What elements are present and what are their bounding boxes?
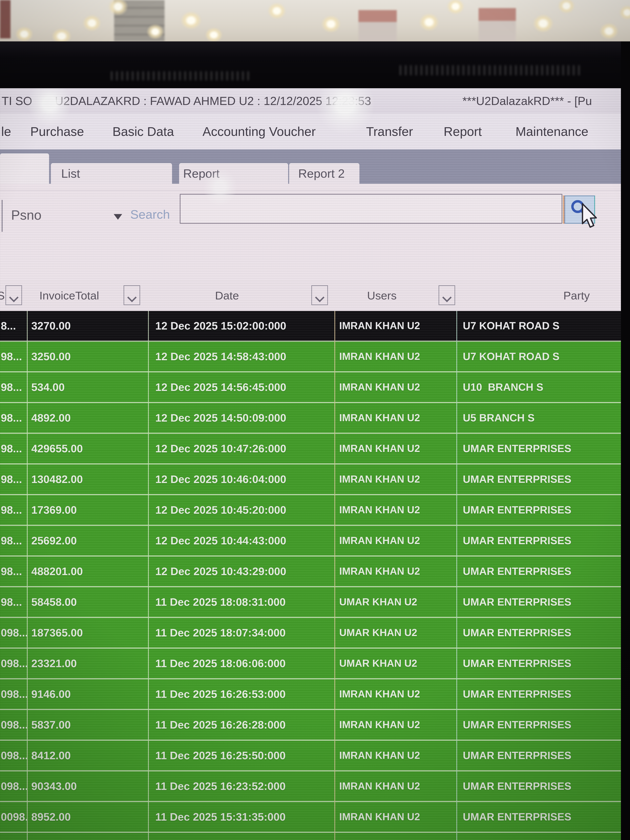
- table-row[interactable]: 98... 58458.00 11 Dec 2025 18:08:31:000 …: [0, 587, 621, 618]
- cell-invoice-total: 3250.00: [28, 342, 149, 371]
- cell-party: UMAR ENTERPRISES: [457, 434, 621, 463]
- cell-invoice-total: 23321.00: [28, 649, 149, 678]
- tab-report-2[interactable]: Report 2: [289, 163, 359, 184]
- sort-button-invoice-total[interactable]: [123, 285, 140, 305]
- cell-invoice-total: 4892.00: [28, 403, 149, 433]
- sort-button-serial[interactable]: [5, 285, 22, 305]
- cell-date: 11 Dec 2025 16:25:50:000: [149, 741, 335, 771]
- cell-user: IMRAN KHAN U2: [335, 679, 457, 709]
- cell-invoice-total: 25692.00: [28, 526, 149, 556]
- bezel-reflection: [400, 65, 581, 75]
- cell-serial: 098...: [0, 741, 28, 771]
- cell-invoice-total: 130482.00: [28, 464, 149, 494]
- menu-item-purchase[interactable]: Purchase: [30, 114, 84, 149]
- tab-label: Report 2: [289, 167, 345, 180]
- chevron-down-icon: [9, 293, 19, 302]
- table-row[interactable]: 98... 429655.00 12 Dec 2025 10:47:26:000…: [0, 434, 621, 464]
- tab-partial[interactable]: [0, 153, 49, 184]
- ceiling-light: [82, 14, 101, 32]
- cell-user: IMRAN KHAN U2: [335, 526, 457, 556]
- menu-item-maintenance[interactable]: Maintenance: [516, 114, 588, 149]
- cell-invoice-total: 58458.00: [28, 587, 149, 617]
- cell-serial: 098...: [0, 771, 28, 801]
- cell-date: 12 Dec 2025 10:43:29:000: [149, 556, 335, 586]
- table-row[interactable]: 98... 25692.00 12 Dec 2025 10:44:43:000 …: [0, 526, 621, 556]
- menu-item-report[interactable]: Report: [444, 114, 482, 149]
- cell-party: UMAR ENTERPRISES: [457, 649, 621, 678]
- cell-user: IMRAN KHAN U2: [335, 342, 457, 371]
- cell-date: 12 Dec 2025 10:45:20:000: [149, 495, 335, 525]
- search-field-selector[interactable]: Psno: [11, 202, 41, 228]
- table-row[interactable]: 098... 8412.00 11 Dec 2025 16:25:50:000 …: [0, 741, 621, 771]
- monitor-bezel-right: [621, 41, 630, 840]
- tab-label: List: [51, 167, 80, 180]
- cell-user: IMRAN KHAN U2: [335, 771, 457, 801]
- cell-user: IMRAN KHAN U2: [335, 403, 457, 433]
- cell-party: UMAR ENTERPRISES: [457, 802, 621, 832]
- cell-invoice-total: 9146.00: [28, 679, 149, 709]
- cell-serial: 98...: [0, 495, 28, 525]
- cell-user: IMRAN KHAN U2: [335, 434, 457, 463]
- tab-report[interactable]: Report: [179, 163, 288, 184]
- sort-button-date[interactable]: [311, 285, 328, 305]
- menu-item-accounting-voucher[interactable]: Accounting Voucher: [202, 114, 316, 149]
- table-row[interactable]: 098... 90343.00 11 Dec 2025 16:23:52:000…: [0, 771, 621, 802]
- cell-date: 12 Dec 2025 14:56:45:000: [149, 373, 335, 402]
- table-row[interactable]: 98... 130482.00 12 Dec 2025 10:46:04:000…: [0, 464, 621, 495]
- cell-user: IMRAN KHAN U2: [335, 311, 457, 341]
- cell-invoice-total: 8412.00: [28, 741, 149, 771]
- ceiling-light: [447, 0, 464, 14]
- table-row[interactable]: 98... 4892.00 12 Dec 2025 14:50:09:000 I…: [0, 403, 621, 434]
- cell-party: UMAR ENTERPRISES: [457, 710, 621, 740]
- cell-user: IMRAN KHAN U2: [335, 556, 457, 586]
- app-window: TI SO U2DALAZAKRD : FAWAD AHMED U2 : 12/…: [0, 88, 621, 840]
- cell-invoice-total: 488201.00: [28, 556, 149, 586]
- menu-item-transfer[interactable]: Transfer: [366, 114, 413, 149]
- sort-button-users[interactable]: [439, 285, 455, 305]
- table-row[interactable]: 098... 23321.00 11 Dec 2025 18:06:06:000…: [0, 649, 621, 679]
- menu-item-basic-data[interactable]: Basic Data: [112, 114, 174, 149]
- table-row[interactable]: 0098... 333.00 11 De: [0, 833, 621, 840]
- ceiling-light: [558, 0, 575, 14]
- cell-user: IMRAN KHAN U2: [335, 710, 457, 740]
- cell-date: 11 Dec 2025 18:07:34:000: [149, 618, 335, 647]
- table-row[interactable]: 98... 17369.00 12 Dec 2025 10:45:20:000 …: [0, 495, 621, 526]
- cell-serial: 98...: [0, 556, 28, 586]
- cell-serial: 0098...: [0, 833, 28, 840]
- table-row[interactable]: 0098... 8952.00 11 Dec 2025 15:31:35:000…: [0, 802, 621, 833]
- table-row[interactable]: 098... 5837.00 11 Dec 2025 16:26:28:000 …: [0, 710, 621, 741]
- tab-list[interactable]: List: [51, 163, 172, 184]
- table-row[interactable]: 98... 488201.00 12 Dec 2025 10:43:29:000…: [0, 556, 621, 587]
- menu-bar: le Purchase Basic Data Accounting Vouche…: [0, 114, 621, 149]
- cell-user: IMRAN KHAN U2: [335, 802, 457, 832]
- tab-label: Report: [179, 167, 219, 180]
- table-header: S InvoiceTotal Date Users Party: [0, 280, 621, 311]
- table-row[interactable]: 8... 3270.00 12 Dec 2025 15:02:00:000 IM…: [0, 311, 621, 342]
- column-header-invoice-total: InvoiceTotal: [39, 280, 99, 311]
- cell-serial: 098...: [0, 679, 28, 709]
- ceiling-light: [533, 14, 554, 33]
- ceiling-light: [619, 5, 630, 20]
- cell-date: 12 Dec 2025 10:47:26:000: [149, 434, 335, 463]
- mouse-cursor-icon: [581, 203, 601, 230]
- table-row[interactable]: 098... 187365.00 11 Dec 2025 18:07:34:00…: [0, 618, 621, 649]
- triangle-down-icon[interactable]: [114, 214, 122, 220]
- bezel-reflection: [111, 71, 253, 81]
- cell-date: 12 Dec 2025 10:44:43:000: [149, 526, 335, 556]
- table-row[interactable]: 98... 3250.00 12 Dec 2025 14:58:43:000 I…: [0, 342, 621, 373]
- table-row[interactable]: 98... 534.00 12 Dec 2025 14:56:45:000 IM…: [0, 373, 621, 403]
- cell-serial: 98...: [0, 403, 28, 433]
- cell-date: 11 Dec 2025 16:23:52:000: [149, 771, 335, 801]
- ceiling-pillar: [358, 10, 397, 41]
- menu-item-file[interactable]: le: [1, 114, 11, 149]
- cell-date: 11 Dec 2025 18:06:06:000: [149, 649, 335, 678]
- cell-serial: 98...: [0, 526, 28, 556]
- title-bar: TI SO U2DALAZAKRD : FAWAD AHMED U2 : 12/…: [0, 88, 621, 114]
- cell-party: U7 KOHAT ROAD S: [457, 311, 621, 341]
- table-body: 8... 3270.00 12 Dec 2025 15:02:00:000 IM…: [0, 311, 621, 840]
- cell-invoice-total: 5837.00: [28, 710, 149, 740]
- table-row[interactable]: 098... 9146.00 11 Dec 2025 16:26:53:000 …: [0, 679, 621, 710]
- monitor-bezel-top: [0, 41, 630, 88]
- search-input[interactable]: [180, 194, 562, 224]
- column-header-party: Party: [564, 280, 590, 311]
